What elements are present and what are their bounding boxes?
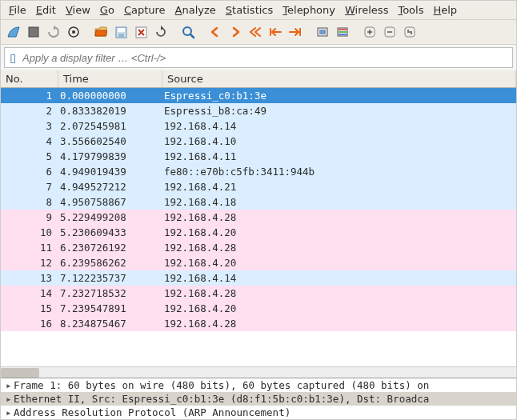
open-file-icon[interactable] xyxy=(91,22,110,42)
menu-telephony[interactable]: Telephony xyxy=(278,2,340,18)
auto-scroll-icon[interactable] xyxy=(313,22,332,42)
packet-row[interactable]: 95.229499208192.168.4.28 xyxy=(1,210,516,225)
cell-time: 5.230609433 xyxy=(58,225,162,240)
cell-source: 192.168.4.28 xyxy=(162,316,516,331)
detail-row[interactable]: ▸Frame 1: 60 bytes on wire (480 bits), 6… xyxy=(1,378,516,392)
go-forward-icon[interactable] xyxy=(226,22,245,42)
packet-row[interactable]: 74.949527212192.168.4.21 xyxy=(1,179,516,194)
cell-source: 192.168.4.20 xyxy=(162,301,516,316)
zoom-reset-icon[interactable] xyxy=(400,22,419,42)
zoom-in-icon[interactable] xyxy=(360,22,379,42)
menu-help[interactable]: Help xyxy=(428,2,462,18)
packet-list[interactable]: 10.000000000Espressi_c0:b1:3e20.83338201… xyxy=(1,88,516,366)
stop-capture-icon[interactable] xyxy=(24,22,43,42)
cell-source: 192.168.4.28 xyxy=(162,240,516,255)
go-last-icon[interactable] xyxy=(286,22,305,42)
packet-row[interactable]: 147.232718532192.168.4.28 xyxy=(1,286,516,301)
cell-source: 192.168.4.10 xyxy=(162,134,516,149)
menu-capture[interactable]: Capture xyxy=(119,2,170,18)
packet-row[interactable]: 43.556602540192.168.4.10 xyxy=(1,134,516,149)
svg-rect-0 xyxy=(29,27,38,37)
main-toolbar xyxy=(1,20,516,45)
svg-rect-4 xyxy=(118,28,125,32)
column-header-time[interactable]: Time xyxy=(58,70,162,87)
zoom-out-icon[interactable] xyxy=(380,22,399,42)
cell-source: 192.168.4.28 xyxy=(162,210,516,225)
shark-fin-icon[interactable] xyxy=(4,22,23,42)
menu-wireless[interactable]: Wireless xyxy=(340,2,393,18)
svg-point-2 xyxy=(72,30,75,34)
menu-view[interactable]: View xyxy=(61,2,95,18)
expand-triangle-icon[interactable]: ▸ xyxy=(6,406,14,418)
go-back-icon[interactable] xyxy=(206,22,225,42)
packet-list-header: No. Time Source xyxy=(1,70,516,88)
reload-file-icon[interactable] xyxy=(151,22,170,42)
cell-source: 192.168.4.11 xyxy=(162,149,516,164)
svg-rect-12 xyxy=(339,34,347,35)
cell-time: 2.072545981 xyxy=(58,118,162,134)
colorize-icon[interactable] xyxy=(333,22,352,42)
packet-detail-pane[interactable]: ▸Frame 1: 60 bytes on wire (480 bits), 6… xyxy=(1,378,516,419)
cell-time: 6.239586262 xyxy=(58,255,162,270)
menu-edit[interactable]: Edit xyxy=(31,2,61,18)
cell-source: 192.168.4.14 xyxy=(162,270,516,286)
cell-no: 11 xyxy=(1,240,58,255)
packet-row[interactable]: 20.833382019Espressi_b8:ca:49 xyxy=(1,103,516,118)
cell-time: 4.949019439 xyxy=(58,164,162,179)
cell-time: 5.229499208 xyxy=(58,210,162,225)
packet-row[interactable]: 137.122235737192.168.4.14 xyxy=(1,270,516,286)
menu-statistics[interactable]: Statistics xyxy=(221,2,278,18)
find-packet-icon[interactable] xyxy=(178,22,198,42)
cell-no: 7 xyxy=(1,179,58,194)
cell-no: 12 xyxy=(1,255,58,270)
display-filter-input[interactable] xyxy=(21,52,512,64)
cell-source: 192.168.4.28 xyxy=(162,286,516,301)
save-file-icon[interactable] xyxy=(111,22,130,42)
filter-bookmark-icon[interactable]: ▯ xyxy=(5,51,21,64)
cell-source: 192.168.4.14 xyxy=(162,118,516,134)
packet-row[interactable]: 157.239547891192.168.4.20 xyxy=(1,301,516,316)
jump-to-packet-icon[interactable] xyxy=(246,22,265,42)
svg-rect-11 xyxy=(339,31,347,33)
cell-no: 14 xyxy=(1,286,58,301)
capture-options-icon[interactable] xyxy=(64,22,83,42)
detail-row[interactable]: ▸Ethernet II, Src: Espressi_c0:b1:3e (d8… xyxy=(1,392,516,406)
packet-row[interactable]: 126.239586262192.168.4.20 xyxy=(1,255,516,270)
expand-triangle-icon[interactable]: ▸ xyxy=(6,393,14,405)
menu-analyze[interactable]: Analyze xyxy=(170,2,221,18)
cell-time: 4.950758867 xyxy=(58,194,162,210)
packet-row[interactable]: 84.950758867192.168.4.18 xyxy=(1,194,516,210)
packet-row[interactable]: 116.230726192192.168.4.28 xyxy=(1,240,516,255)
menu-file[interactable]: File xyxy=(4,2,31,18)
cell-no: 9 xyxy=(1,210,58,225)
cell-no: 8 xyxy=(1,194,58,210)
column-header-no[interactable]: No. xyxy=(1,70,58,87)
detail-row[interactable]: ▸Address Resolution Protocol (ARP Announ… xyxy=(1,406,516,419)
column-header-source[interactable]: Source xyxy=(162,70,516,87)
packet-row[interactable]: 54.179799839192.168.4.11 xyxy=(1,149,516,164)
packet-list-hscrollbar[interactable] xyxy=(1,366,516,378)
packet-row[interactable]: 168.234875467192.168.4.28 xyxy=(1,316,516,331)
cell-time: 6.230726192 xyxy=(58,240,162,255)
packet-row[interactable]: 105.230609433192.168.4.20 xyxy=(1,225,516,240)
menu-bar: FileEditViewGoCaptureAnalyzeStatisticsTe… xyxy=(1,1,516,20)
cell-no: 15 xyxy=(1,301,58,316)
cell-no: 16 xyxy=(1,316,58,331)
scrollbar-thumb[interactable] xyxy=(1,368,39,378)
cell-time: 3.556602540 xyxy=(58,134,162,149)
cell-source: Espressi_c0:b1:3e xyxy=(162,88,516,103)
restart-capture-icon[interactable] xyxy=(44,22,63,42)
packet-row[interactable]: 32.072545981192.168.4.14 xyxy=(1,118,516,134)
close-file-icon[interactable] xyxy=(131,22,150,42)
menu-go[interactable]: Go xyxy=(95,2,119,18)
display-filter-bar: ▯ xyxy=(4,47,513,68)
expand-triangle-icon[interactable]: ▸ xyxy=(6,379,14,391)
cell-time: 0.833382019 xyxy=(58,103,162,118)
cell-no: 5 xyxy=(1,149,58,164)
packet-row[interactable]: 10.000000000Espressi_c0:b1:3e xyxy=(1,88,516,103)
svg-rect-10 xyxy=(339,29,347,30)
cell-time: 0.000000000 xyxy=(58,88,162,103)
packet-row[interactable]: 64.949019439fe80::e70b:c5fb:3411:944b xyxy=(1,164,516,179)
menu-tools[interactable]: Tools xyxy=(393,2,428,18)
go-first-icon[interactable] xyxy=(266,22,285,42)
